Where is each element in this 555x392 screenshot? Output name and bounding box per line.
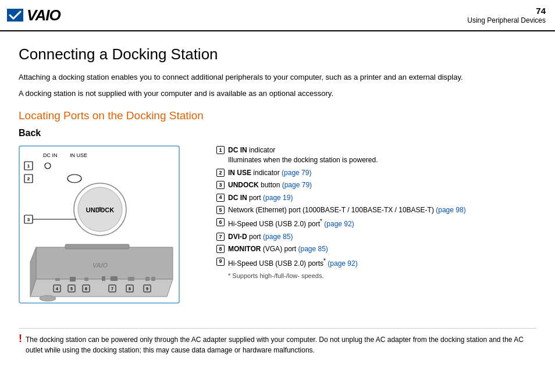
port-num-8: 8 — [216, 245, 225, 253]
port-link-2[interactable]: (page 79) — [282, 169, 311, 177]
port-link-3[interactable]: (page 79) — [282, 181, 312, 189]
svg-text:1: 1 — [27, 163, 30, 169]
svg-text:3: 3 — [27, 217, 30, 222]
port-link-9[interactable]: (page 92) — [328, 259, 357, 268]
svg-rect-37 — [128, 277, 134, 281]
logo-square — [7, 9, 23, 22]
header-info: 74 Using Peripheral Devices — [467, 6, 546, 24]
page-header: VAIO 74 Using Peripheral Devices — [0, 0, 555, 31]
svg-rect-34 — [84, 277, 88, 281]
port-item-9: 9 Hi-Speed USB (USB 2.0) ports* (page 92… — [216, 257, 536, 269]
port-link-7[interactable]: (page 85) — [263, 233, 293, 241]
footnote: * Supports high-/full-/low- speeds. — [216, 271, 536, 281]
port-link-5[interactable]: (page 98) — [436, 206, 465, 214]
docking-station-svg: DC IN IN USE 1 2 3 UNDOCK — [19, 145, 190, 317]
port-desc-4: DC IN port (page 19) — [228, 193, 536, 203]
warning-text: The docking station can be powered only … — [26, 334, 536, 355]
warning-bar: ! The docking station can be powered onl… — [19, 328, 536, 355]
port-num-2: 2 — [216, 169, 225, 177]
page-title: Connecting a Docking Station — [19, 45, 536, 63]
port-num-9: 9 — [216, 258, 225, 266]
warning-icon: ! — [19, 333, 22, 344]
section-name: Using Peripheral Devices — [467, 16, 546, 24]
intro-paragraph-1: Attaching a docking station enables you … — [19, 72, 536, 83]
port-link-6[interactable]: (page 92) — [324, 220, 354, 228]
port-item-1: 1 DC IN indicator Illuminates when the d… — [216, 145, 536, 166]
svg-text:VAIO: VAIO — [92, 262, 108, 269]
intro-paragraph-2: A docking station is not supplied with y… — [19, 88, 536, 99]
port-num-6: 6 — [216, 218, 225, 226]
page-number: 74 — [467, 6, 546, 16]
svg-rect-36 — [111, 276, 118, 281]
svg-rect-38 — [145, 277, 150, 281]
docking-diagram: DC IN IN USE 1 2 3 UNDOCK — [19, 145, 199, 319]
port-num-7: 7 — [216, 233, 225, 241]
svg-text:5: 5 — [70, 287, 73, 291]
svg-text:IN USE: IN USE — [70, 152, 87, 158]
port-desc-7: DVI-D port (page 85) — [228, 232, 536, 242]
port-item-3: 3 UNDOCK button (page 79) — [216, 180, 536, 190]
port-item-8: 8 MONITOR (VGA) port (page 85) — [216, 244, 536, 254]
port-desc-6: Hi-Speed USB (USB 2.0) port* (page 92) — [228, 218, 536, 229]
svg-rect-32 — [55, 278, 60, 281]
svg-point-19 — [40, 295, 56, 301]
logo: VAIO — [7, 6, 61, 24]
port-desc-8: MONITOR (VGA) port (page 85) — [228, 244, 536, 254]
svg-rect-35 — [102, 276, 105, 281]
svg-rect-39 — [151, 277, 155, 281]
port-item-6: 6 Hi-Speed USB (USB 2.0) port* (page 92) — [216, 218, 536, 229]
port-num-1: 1 — [216, 146, 225, 154]
svg-point-14 — [98, 207, 102, 212]
port-item-7: 7 DVI-D port (page 85) — [216, 232, 536, 242]
port-desc-3: UNDOCK button (page 79) — [228, 180, 536, 190]
svg-text:4: 4 — [56, 287, 58, 291]
port-num-3: 3 — [216, 181, 225, 189]
svg-rect-18 — [65, 244, 129, 249]
port-num-4: 4 — [216, 194, 225, 202]
svg-text:9: 9 — [146, 287, 148, 291]
port-desc-9: Hi-Speed USB (USB 2.0) ports* (page 92) — [228, 257, 536, 269]
logo-text: VAIO — [27, 6, 61, 24]
port-item-4: 4 DC IN port (page 19) — [216, 193, 536, 203]
port-item-2: 2 IN USE indicator (page 79) — [216, 168, 536, 178]
port-link-4[interactable]: (page 19) — [263, 194, 293, 202]
svg-point-8 — [67, 174, 81, 183]
svg-rect-33 — [70, 277, 76, 281]
section-heading: Locating Ports on the Docking Station — [19, 109, 536, 122]
svg-text:DC IN: DC IN — [43, 152, 58, 158]
port-link-8[interactable]: (page 85) — [298, 245, 328, 253]
port-list: 1 DC IN indicator Illuminates when the d… — [216, 145, 536, 281]
svg-text:7: 7 — [111, 287, 113, 291]
main-content: Connecting a Docking Station Attaching a… — [0, 31, 555, 367]
port-item-5: 5 Network (Ethernet) port (1000BASE-T / … — [216, 205, 536, 215]
port-desc-5: Network (Ethernet) port (1000BASE-T / 10… — [228, 205, 536, 215]
svg-point-5 — [45, 163, 51, 169]
sub-heading: Back — [19, 128, 536, 138]
svg-text:2: 2 — [27, 176, 30, 181]
port-desc-2: IN USE indicator (page 79) — [228, 168, 536, 178]
svg-text:6: 6 — [85, 287, 87, 291]
back-section: DC IN IN USE 1 2 3 UNDOCK — [19, 145, 536, 319]
svg-text:8: 8 — [129, 287, 131, 291]
port-desc-1: DC IN indicator Illuminates when the doc… — [228, 145, 536, 166]
port-num-5: 5 — [216, 206, 225, 214]
